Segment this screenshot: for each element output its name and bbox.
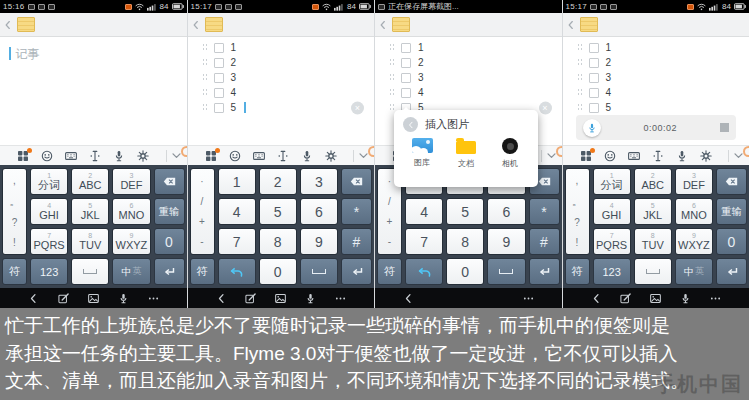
symbol-keys[interactable]: · / + - (190, 168, 215, 255)
drag-handle-icon[interactable] (202, 58, 207, 67)
recording-mic-button[interactable] (583, 119, 601, 137)
floating-ball[interactable] (368, 146, 374, 157)
clear-row-button[interactable]: × (351, 101, 364, 114)
key-6[interactable]: 6MNO (675, 198, 713, 225)
key-8[interactable]: 8 (446, 228, 484, 255)
nav-edit-note-icon[interactable] (245, 293, 256, 304)
symbols-key[interactable]: 符 (377, 258, 402, 285)
key-2[interactable]: 2ABC (71, 168, 109, 195)
voice-input-icon[interactable] (301, 150, 313, 162)
popup-option-documents[interactable]: 文档 (451, 138, 481, 169)
enter-key[interactable] (154, 258, 185, 285)
key-4[interactable]: 4 (405, 198, 443, 225)
nav-insert-image-icon[interactable] (88, 293, 99, 304)
retype-key[interactable]: 重输 (716, 198, 747, 225)
cursor-move-icon[interactable] (652, 150, 664, 162)
undo-key[interactable] (405, 258, 443, 285)
undo-key[interactable] (218, 258, 256, 285)
space-key[interactable] (300, 258, 338, 285)
language-key[interactable]: 中英 (675, 258, 713, 285)
key-8[interactable]: 8 (259, 228, 297, 255)
keyboard-icon[interactable] (253, 150, 265, 162)
checkbox[interactable] (214, 58, 224, 68)
drag-handle-icon[interactable] (389, 103, 394, 112)
key-2[interactable]: 2 (259, 168, 297, 195)
drag-handle-icon[interactable] (577, 58, 582, 67)
nav-record-icon[interactable] (680, 293, 691, 304)
drag-handle-icon[interactable] (202, 73, 207, 82)
floating-ball[interactable] (743, 146, 749, 157)
symbols-key[interactable]: 符 (565, 258, 590, 285)
ime-settings-icon[interactable] (700, 150, 712, 162)
key-0[interactable]: 0 (446, 258, 484, 285)
star-key[interactable]: * (529, 198, 560, 225)
numbers-key[interactable]: 123 (30, 258, 68, 285)
checkbox[interactable] (589, 103, 599, 113)
key-6[interactable]: 6 (300, 198, 338, 225)
checkbox[interactable] (589, 73, 599, 83)
stop-recording-button[interactable] (720, 123, 729, 132)
checkbox[interactable] (401, 58, 411, 68)
voice-input-icon[interactable] (676, 150, 688, 162)
key-2[interactable]: 2ABC (634, 168, 672, 195)
key-7[interactable]: 7 (405, 228, 443, 255)
note-content[interactable]: 1 2 3 4 5 0:00:02 (563, 37, 749, 145)
checkbox[interactable] (401, 73, 411, 83)
hide-keyboard-icon[interactable] (171, 150, 182, 161)
drag-handle-icon[interactable] (389, 43, 394, 52)
space-key[interactable] (634, 258, 672, 285)
cursor-move-icon[interactable] (277, 150, 289, 162)
drag-handle-icon[interactable] (577, 88, 582, 97)
space-key[interactable] (71, 258, 109, 285)
key-3[interactable]: 3DEF (675, 168, 713, 195)
nav-more-icon[interactable] (335, 293, 346, 304)
cursor-move-icon[interactable] (89, 150, 101, 162)
nav-insert-image-icon[interactable] (650, 293, 661, 304)
ime-settings-icon[interactable] (325, 150, 337, 162)
enter-key[interactable] (341, 258, 372, 285)
checkbox[interactable] (214, 103, 224, 113)
key-9[interactable]: 9WXYZ (112, 228, 150, 255)
checkbox[interactable] (401, 88, 411, 98)
star-key[interactable]: * (341, 198, 372, 225)
key-1[interactable]: 1分词 (30, 168, 68, 195)
key-1[interactable]: 1分词 (593, 168, 631, 195)
key-5[interactable]: 5JKL (634, 198, 672, 225)
hash-key[interactable]: # (529, 228, 560, 255)
key-5[interactable]: 5 (446, 198, 484, 225)
checkbox[interactable] (401, 43, 411, 53)
drag-handle-icon[interactable] (389, 73, 394, 82)
symbols-key[interactable]: 符 (2, 258, 27, 285)
backspace-key[interactable] (716, 168, 747, 195)
key-4[interactable]: 4GHI (593, 198, 631, 225)
key-0[interactable]: 0 (154, 228, 185, 255)
checkbox[interactable] (214, 88, 224, 98)
checkbox[interactable] (589, 43, 599, 53)
note-content[interactable]: 1 2 3 4 5× (188, 37, 375, 145)
drag-handle-icon[interactable] (389, 58, 394, 67)
key-6[interactable]: 6 (487, 198, 525, 225)
numbers-key[interactable]: 123 (593, 258, 631, 285)
symbol-keys[interactable]: , 。 ? ! (2, 168, 27, 255)
key-4[interactable]: 4GHI (30, 198, 68, 225)
enter-key[interactable] (716, 258, 747, 285)
nav-more-icon[interactable] (710, 293, 721, 304)
key-9[interactable]: 9 (300, 228, 338, 255)
key-7[interactable]: 7PQRS (593, 228, 631, 255)
drag-handle-icon[interactable] (202, 88, 207, 97)
keyboard-icon[interactable] (65, 150, 77, 162)
backspace-key[interactable] (341, 168, 372, 195)
ime-logo-icon[interactable] (580, 150, 592, 162)
language-key[interactable]: 中英 (112, 258, 150, 285)
key-7[interactable]: 7 (218, 228, 256, 255)
space-key[interactable] (487, 258, 525, 285)
key-9[interactable]: 9WXYZ (675, 228, 713, 255)
keyboard-icon[interactable] (628, 150, 640, 162)
nav-insert-image-icon[interactable] (275, 293, 286, 304)
symbols-key[interactable]: 符 (190, 258, 215, 285)
nav-back-icon[interactable] (28, 293, 39, 304)
key-5[interactable]: 5 (259, 198, 297, 225)
backspace-key[interactable] (154, 168, 185, 195)
drag-handle-icon[interactable] (202, 103, 207, 112)
key-0[interactable]: 0 (716, 228, 747, 255)
